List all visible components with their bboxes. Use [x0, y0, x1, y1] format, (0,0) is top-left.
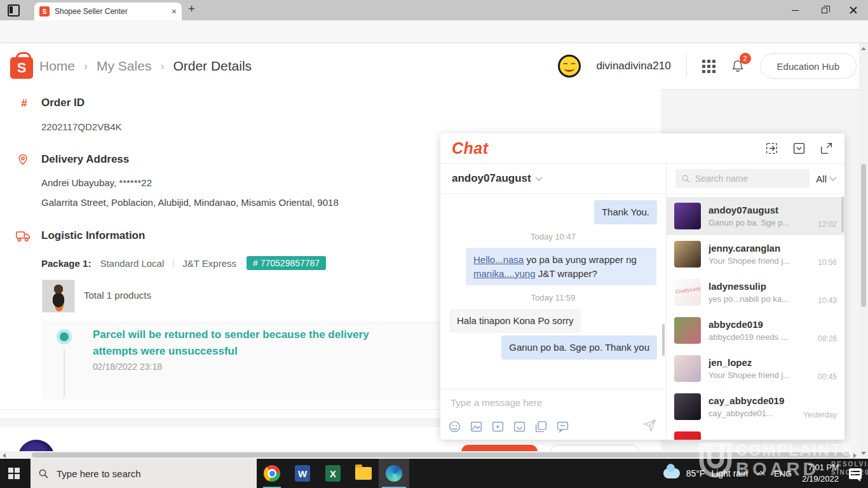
send-icon[interactable] — [642, 417, 657, 432]
contact-preview: yes po...nabili po ka... — [709, 294, 792, 304]
language-indicator[interactable]: ENG — [774, 469, 792, 478]
product-thumbnail[interactable] — [42, 280, 75, 313]
contact-avatar — [674, 203, 701, 229]
action-center-icon[interactable] — [849, 468, 862, 479]
taskbar-search[interactable]: Type here to search — [31, 459, 257, 488]
breadcrumb-home[interactable]: Home — [39, 58, 75, 74]
user-avatar[interactable] — [558, 55, 581, 78]
new-tab-button[interactable]: + — [188, 2, 195, 16]
shopee-logo-icon[interactable]: S — [10, 52, 33, 79]
message-day-divider: Today 11:59 — [449, 293, 657, 302]
contact-item[interactable]: abbycde019abbycde019 needs ...08:26 — [667, 311, 844, 349]
screen: S Shopee Seller Center × + https://selle… — [0, 0, 868, 488]
status-dot-icon — [60, 332, 69, 341]
contact-search-input[interactable]: Search name — [675, 169, 810, 188]
video-icon[interactable] — [491, 420, 505, 433]
order-id-value: 2202117QD2VB4K — [41, 121, 121, 132]
order-card-icon[interactable] — [534, 420, 548, 433]
chat-window: Chat andoy07august Thank You.Today 10:47… — [440, 133, 844, 440]
browser-toolbar: https://seller.shopee.ph/portal/sale/ord… — [0, 20, 868, 43]
contact-item[interactable]: jenny.caranglanYour Shopee friend j...10… — [667, 235, 844, 273]
minimize-chat-icon[interactable] — [792, 142, 806, 155]
sent-message-bubble: Ganun po ba. Sge po. Thank you — [501, 336, 657, 360]
message-input[interactable]: Type a message here — [451, 397, 542, 408]
tab-close-icon[interactable]: × — [172, 6, 177, 17]
message-link[interactable]: manika....yung — [473, 268, 536, 279]
taskbar-search-placeholder: Type here to search — [57, 468, 141, 479]
contact-name: ladynessulip — [709, 281, 810, 292]
message-list: Thank You.Today 10:47Hello...nasa yo pa … — [440, 194, 666, 389]
tracking-number-badge[interactable]: # 770529857787 — [247, 256, 326, 270]
product-icon[interactable] — [513, 420, 526, 433]
contact-preview: cay_abbycde01... — [709, 409, 792, 418]
edge-taskbar-icon[interactable] — [379, 459, 409, 488]
vertical-scrollbar[interactable] — [859, 43, 868, 459]
contact-name: cay_abbycde019 — [709, 395, 796, 406]
horizontal-scrollbar[interactable] — [0, 451, 859, 459]
search-icon — [38, 468, 49, 479]
chevron-down-icon — [829, 173, 836, 180]
tab-title: Shopee Seller Center — [55, 7, 166, 16]
weather-widget[interactable]: 85°F Light rain — [663, 468, 748, 478]
scroll-down-icon[interactable] — [861, 452, 866, 455]
vertical-scroll-thumb[interactable] — [861, 164, 866, 307]
contact-filter-dropdown[interactable]: All — [816, 173, 836, 184]
contact-time: 10:56 — [818, 258, 837, 267]
recipient-name: Andrei Ubayubay, ******22 — [41, 177, 152, 188]
chevron-right-icon: › — [84, 60, 88, 73]
scroll-up-icon[interactable] — [861, 47, 866, 50]
pop-out-chat-icon[interactable] — [765, 142, 778, 155]
conversation-name[interactable]: andoy07august — [452, 172, 531, 185]
scroll-right-icon[interactable] — [853, 453, 857, 458]
contact-item[interactable]: andoy07augustGanun po ba. Sge p...12:02 — [667, 197, 844, 235]
contact-avatar: CraftyLady — [674, 279, 701, 306]
contact-item[interactable]: cay_abbycde019cay_abbycde01...Yesterday — [667, 388, 844, 426]
image-icon[interactable] — [470, 420, 483, 433]
breadcrumb-my-sales[interactable]: My Sales — [97, 58, 151, 74]
status-timestamp: 02/18/2022 23:18 — [93, 362, 162, 372]
word-taskbar-icon[interactable]: W — [287, 459, 318, 488]
contact-item[interactable]: nationalbookstor — [667, 426, 844, 440]
contact-time: 08:26 — [818, 334, 837, 343]
truck-icon — [16, 230, 31, 243]
browser-tab[interactable]: S Shopee Seller Center × — [34, 3, 182, 20]
products-total[interactable]: Total 1 products — [84, 290, 151, 301]
message-text: yo pa ba yung wrapper ng — [524, 254, 637, 265]
message-link[interactable]: Hello...nasa — [473, 254, 524, 265]
chevron-down-icon[interactable] — [535, 173, 542, 180]
weather-condition: Light rain — [711, 468, 748, 478]
show-hidden-icons[interactable] — [757, 471, 765, 479]
contact-list-scrollbar[interactable] — [841, 196, 844, 232]
excel-taskbar-icon[interactable]: X — [318, 459, 348, 488]
horizontal-scroll-thumb[interactable] — [32, 452, 850, 458]
apps-grid-icon[interactable] — [702, 60, 715, 73]
browser-tabstrip: S Shopee Seller Center × + — [0, 0, 868, 20]
window-minimize-button[interactable] — [780, 0, 810, 20]
education-hub-button[interactable]: Education Hub — [760, 53, 857, 79]
message-scrollbar[interactable] — [662, 324, 665, 356]
chrome-taskbar-icon[interactable] — [257, 459, 287, 488]
logistic-information-label: Logistic Information — [41, 229, 145, 242]
window-close-button[interactable] — [839, 0, 868, 20]
contact-avatar — [674, 393, 701, 420]
status-text-line1: Parcel will be returned to sender becaus… — [93, 329, 369, 341]
scroll-left-icon[interactable] — [3, 453, 6, 458]
contact-item[interactable]: jen_lopezYour Shopee friend j...00:45 — [667, 349, 844, 388]
window-restore-button[interactable] — [810, 0, 839, 20]
notifications-button[interactable]: 2 — [731, 58, 745, 74]
shipping-option: Standard Local — [100, 258, 164, 269]
taskbar-clock[interactable]: 7:01 PM 2/19/2022 — [802, 462, 839, 485]
quick-reply-icon[interactable] — [556, 420, 569, 433]
contact-name: nationalbookstor — [709, 438, 829, 440]
tab-layout-icon[interactable] — [8, 4, 20, 17]
received-message-bubble: Hello...nasa yo pa ba yung wrapper ng ma… — [466, 248, 656, 286]
file-explorer-taskbar-icon[interactable] — [348, 459, 379, 488]
start-button[interactable] — [8, 468, 20, 479]
username[interactable]: divinadivina210 — [596, 60, 670, 72]
clock-time: 7:01 PM — [802, 462, 839, 473]
contact-item[interactable]: CraftyLadyladynessulipyes po...nabili po… — [667, 273, 844, 311]
expand-chat-icon[interactable] — [820, 142, 833, 155]
contact-preview: abbycde019 needs ... — [709, 332, 792, 342]
emoji-icon[interactable] — [448, 420, 461, 433]
contact-search-placeholder: Search name — [695, 173, 748, 184]
